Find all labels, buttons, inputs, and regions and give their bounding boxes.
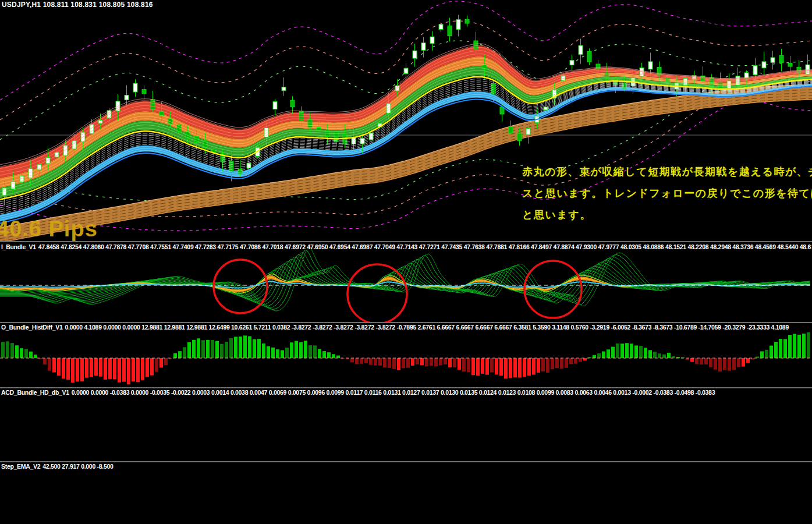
note-line: と思います。 [522,204,812,226]
note-line: スと思います。トレンドフォローの戻りでこの形を待てばよい [522,183,812,204]
note-line: 赤丸の形、束が収縮して短期戦が長期戦を越える時が、チャン [522,161,812,183]
indicator-name: O_Bundle_HistDiff_V1 [1,324,62,331]
chart-canvas[interactable] [0,0,812,524]
indicator-values: 0.0000 4.1089 0.0000 0.0000 12.9881 12.9… [65,324,788,331]
indicator-name: Step_EMA_V2 [1,463,40,470]
indicator-name: ACD_Bundle_HD_db_V1 [1,389,69,396]
rsi-bundle-panel-layer [0,248,812,324]
indicator-label-rsi-bundle: I_Bundle_V147.8458 47.8254 47.8060 47.78… [1,243,811,250]
symbol-ohlc-title: USDJPY,H1 108.811 108.831 108.805 108.81… [2,1,153,9]
indicator-values: 42.500 27.917 0.000 -8.500 [42,463,113,470]
chart-annotation-note: 赤丸の形、束が収縮して短期戦が長期戦を越える時が、チャン スと思います。トレンド… [522,161,812,226]
indicator-label-step-ema: Step_EMA_V242.500 27.917 0.000 -8.500 [1,463,811,470]
indicator-values: 47.8458 47.8254 47.8060 47.7878 47.7708 … [38,243,811,250]
indicator-values: 0.0000 0.0000 -0.0383 0.0000 -0.0035 -0.… [72,389,715,396]
indicator-label-macd-bundle: ACD_Bundle_HD_db_V10.0000 0.0000 -0.0383… [1,389,811,396]
panel-separator[interactable] [0,322,812,323]
pips-annotation: 40.6 Pips [0,217,98,242]
panel-separator[interactable] [0,461,812,462]
indicator-label-histdiff-bundle: O_Bundle_HistDiff_V10.0000 4.1089 0.0000… [1,324,811,331]
mt4-chart-window: USDJPY,H1 108.811 108.831 108.805 108.81… [0,0,812,524]
panel-separator[interactable] [0,241,812,242]
indicator-name: I_Bundle_V1 [1,243,36,250]
panel-separator[interactable] [0,387,812,388]
histdiff-panel-layer [0,332,812,385]
